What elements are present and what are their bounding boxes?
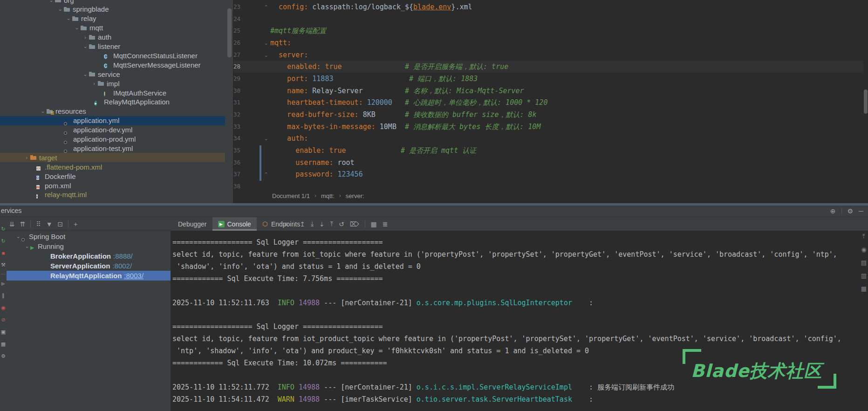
service-item-relaymqttapplication[interactable]: RelayMqttApplication:8003/ [7, 271, 171, 281]
chevron-down-icon[interactable]: ⌄ [65, 15, 72, 21]
chevron-right-icon[interactable]: › [23, 155, 30, 160]
tree-item-target[interactable]: ›target [0, 153, 225, 162]
chevron-down-icon[interactable]: ⌄ [48, 0, 55, 3]
settings-icon[interactable]: ⚙ [1, 353, 6, 359]
settings-icon[interactable]: ⚙ [847, 207, 854, 215]
tree-item-mqtt[interactable]: ⌄mqtt [0, 23, 225, 33]
service-item-running[interactable]: ⌄▶Running [7, 241, 171, 251]
service-item-spring-boot[interactable]: ⌄Spring Boot [7, 232, 171, 241]
tree-item-relay[interactable]: ⌄relay [0, 14, 225, 23]
editor-line[interactable]: 26⌄mqtt: [233, 37, 868, 49]
tree-item-application-test-yml[interactable]: application-test.yml [0, 144, 225, 153]
rerun-debug-icon[interactable]: ↻ [1, 238, 5, 244]
scroll-up-icon[interactable]: ⤒ [330, 220, 333, 228]
editor-line[interactable]: 37⌃ password: 123456 [233, 168, 868, 180]
fold-marker-icon[interactable]: ⌄ [263, 37, 269, 49]
tree-item-relay-mqtt-iml[interactable]: ▪relay-mqtt.iml [0, 190, 225, 199]
build-icon[interactable]: ⚒ [1, 262, 6, 268]
breadcrumb-item[interactable]: Document 1/1 [272, 192, 310, 199]
up-stack-trace-icon[interactable]: ↥ [300, 220, 305, 228]
chevron-right-icon[interactable]: › [91, 81, 97, 86]
target-icon[interactable]: ◉ [861, 246, 866, 253]
editor-line[interactable]: 27⌄ server: [233, 49, 868, 61]
collapse-all-icon[interactable]: ⇈ [20, 220, 26, 228]
service-port-link[interactable]: :8002/ [112, 262, 132, 270]
editor-line[interactable]: 32 read-buffer-size: 8KB # 接收数据的 buffer … [233, 109, 868, 121]
view-breakpoints-icon[interactable]: ◉ [1, 305, 6, 311]
tree-item-auth[interactable]: ›auth [0, 33, 225, 42]
chevron-down-icon[interactable]: ⌄ [24, 243, 30, 249]
expand-all-icon[interactable]: ⇊ [9, 220, 15, 228]
editor-line[interactable]: 35 enable: true # 是否开启 mqtt 认证 [233, 144, 868, 157]
tree-item-resources[interactable]: ⌄resources [0, 107, 225, 116]
tree-item-pom-xml[interactable]: mpom.xml [0, 181, 225, 190]
breadcrumb[interactable]: Document 1/1›mqtt:›server: [272, 189, 364, 202]
tree-item-mqttservermessagelistener[interactable]: CMqttServerMessageListener [0, 60, 225, 69]
editor-line[interactable]: 29 port: 11883 # 端口，默认: 1883 [233, 73, 868, 85]
chevron-down-icon[interactable]: ⌄ [15, 233, 21, 240]
tab-debugger[interactable]: Debugger [172, 217, 212, 231]
breadcrumb-item[interactable]: server: [346, 192, 364, 199]
tree-item-mqttconnectstatuslistener[interactable]: CMqttConnectStatusListener [0, 51, 225, 60]
clear-console-icon[interactable]: ⌦ [350, 220, 359, 228]
pause-icon[interactable]: ∥ [2, 293, 5, 299]
editor-pane[interactable]: 23⌃ config: classpath:log/logback_${blad… [233, 0, 868, 203]
service-item-serverapplication[interactable]: ServerApplication:8002/ [7, 261, 171, 271]
fold-marker-icon[interactable]: ⌄ [263, 49, 269, 61]
service-port-link[interactable]: :8888/ [113, 252, 133, 260]
layout-icon[interactable]: ▦ [371, 220, 377, 228]
database-icon[interactable]: ▤ [861, 259, 867, 266]
service-item-brokerapplication[interactable]: BrokerApplication:8888/ [7, 251, 171, 261]
scroll-top-icon[interactable]: ⤒ [862, 233, 865, 240]
group-by-icon[interactable]: ⠿ [36, 220, 41, 228]
editor-line[interactable]: 25#mqtt服务端配置 [233, 25, 868, 37]
editor-line[interactable]: 23⌃ config: classpath:log/logback_${blad… [233, 1, 868, 13]
mute-breakpoints-icon[interactable]: ⊘ [1, 317, 5, 323]
rerun-icon[interactable]: ↻ [1, 226, 5, 232]
soft-wrap-icon[interactable]: ≣ [383, 220, 388, 228]
tree-item-impl[interactable]: ›impl [0, 79, 225, 88]
chevron-down-icon[interactable]: ⌄ [57, 6, 63, 12]
tree-item-springblade[interactable]: ⌄springblade [0, 5, 225, 14]
tree-item-dockerfile[interactable]: DDockerfile [0, 171, 225, 181]
editor-line[interactable]: 30 name: Relay-Server # 名称，默认: Mica-Mqtt… [233, 85, 868, 97]
filter-icon[interactable]: ▼ [46, 220, 53, 228]
fold-marker-icon[interactable]: ⌄ [263, 132, 269, 144]
hide-icon[interactable]: ─ [859, 207, 863, 215]
fold-marker-icon[interactable]: ⌃ [263, 168, 269, 180]
restore-layout-icon[interactable]: ▦ [1, 341, 6, 347]
chevron-down-icon[interactable]: ⌄ [40, 108, 46, 114]
tree-item--flattened-pom-xml[interactable]: <>.flattened-pom.xml [0, 162, 225, 171]
chevron-down-icon[interactable]: ⌄ [74, 25, 80, 31]
scroll-down-icon[interactable]: ⇣ [319, 220, 325, 228]
chevron-down-icon[interactable]: ⌄ [82, 43, 89, 49]
tree-item-application-yml[interactable]: application.yml [0, 116, 225, 125]
tree-item-relaymqttapplication[interactable]: ▸RelayMqttApplication [0, 97, 225, 107]
tree-item-service[interactable]: ⌄service [0, 69, 225, 79]
menu-icon[interactable]: ≡ [284, 220, 288, 228]
resume-icon[interactable]: ▶ [1, 281, 5, 287]
breadcrumb-item[interactable]: mqtt: [321, 192, 335, 199]
tree-item-application-dev-yml[interactable]: application-dev.yml [0, 125, 225, 135]
project-tree-scrollbar[interactable] [227, 8, 232, 57]
add-service-icon[interactable]: + [74, 220, 77, 228]
grid-icon[interactable]: ▦ [861, 285, 867, 292]
preview-icon[interactable]: ⊡ [58, 220, 63, 228]
restart-icon[interactable]: ↺ [339, 220, 344, 228]
stop-icon[interactable]: ■ [2, 250, 5, 256]
fold-marker-icon[interactable]: ⌃ [263, 1, 269, 13]
console-output[interactable]: =================== Sql Logger =========… [171, 231, 868, 411]
tree-item-org[interactable]: ⌄org [0, 0, 225, 5]
tree-item-imqttauthservice[interactable]: IIMqttAuthService [0, 88, 225, 97]
editor-line[interactable]: 31 heartbeat-timeout: 120000 # 心跳超时，单位毫秒… [233, 96, 868, 109]
tree-item-application-prod-yml[interactable]: application-prod.yml [0, 135, 225, 144]
tab-console[interactable]: ▶Console [212, 217, 257, 231]
window-mode-icon[interactable]: ⊕ [830, 207, 836, 215]
editor-line[interactable]: 24 [233, 13, 868, 25]
thread-dump-icon[interactable]: ▣ [1, 329, 6, 335]
editor-line[interactable]: 28 enabled: true # 是否开启服务端，默认: true [233, 61, 868, 73]
database-sync-icon[interactable]: ▥ [861, 272, 867, 279]
down-stack-trace-icon[interactable]: ⤓ [311, 220, 314, 228]
chevron-down-icon[interactable]: ⌄ [82, 71, 89, 77]
editor-scrollbar[interactable] [864, 89, 868, 114]
